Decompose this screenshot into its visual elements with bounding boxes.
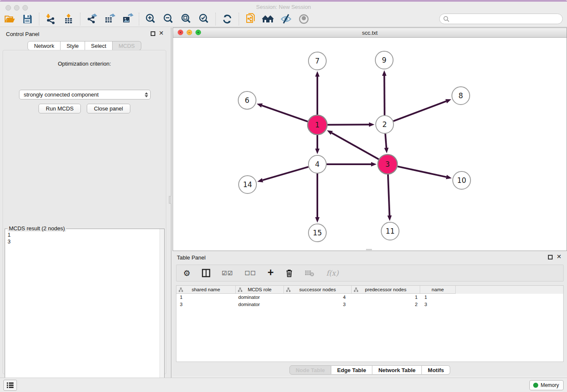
zoom-out-icon[interactable] <box>162 13 175 25</box>
column-header-successor-nodes[interactable]: successor nodes <box>284 286 352 294</box>
node-label: 9 <box>382 56 387 64</box>
toolbar-separator <box>239 13 239 25</box>
mcds-result-group: MCDS result (2 nodes) 1 3 <box>5 229 165 389</box>
tab-select[interactable]: Select <box>85 41 113 50</box>
select-stepper-icon <box>143 90 150 99</box>
table-tabs: Node Table Edge Table Network Table Moti… <box>173 365 567 375</box>
table-row[interactable]: 3 dominator 3 2 3 <box>176 301 563 308</box>
task-list-icon <box>6 382 14 389</box>
open-file-icon[interactable] <box>3 13 16 25</box>
main-toolbar <box>0 11 567 27</box>
tab-style[interactable]: Style <box>61 41 85 50</box>
memory-status-icon <box>533 383 538 388</box>
graph-edge[interactable] <box>385 134 386 148</box>
node-label: 7 <box>315 57 320 65</box>
column-header-mcds-role[interactable]: MCDS role <box>236 286 284 294</box>
column-header-predecessor-nodes[interactable]: predecessor nodes <box>352 286 420 294</box>
show-all-icon[interactable] <box>297 13 310 25</box>
save-session-icon[interactable] <box>21 13 34 25</box>
node-label: 8 <box>459 91 463 100</box>
first-neighbors-icon[interactable] <box>262 13 275 25</box>
node-label: 1 <box>315 121 320 129</box>
refresh-layout-icon[interactable] <box>221 13 234 25</box>
tab-mcds[interactable]: MCDS <box>113 41 141 50</box>
network-view-window: ✕ − + scc.txt 7968124314101511 <box>173 28 567 251</box>
select-all-columns-icon[interactable]: ☑☑ <box>222 270 233 276</box>
network-window-titlebar[interactable]: ✕ − + scc.txt <box>173 28 567 38</box>
result-scrollbar[interactable] <box>160 229 164 388</box>
tab-edge-table[interactable]: Edge Table <box>331 365 372 375</box>
tab-network-table[interactable]: Network Table <box>372 365 422 375</box>
column-sort-icon <box>286 287 291 292</box>
table-settings-gear-icon[interactable]: ⚙ <box>183 268 190 278</box>
task-history-button[interactable] <box>3 380 17 391</box>
column-layout-icon[interactable] <box>202 269 210 277</box>
node-label: 6 <box>245 96 250 105</box>
edge-arrowhead <box>315 71 319 77</box>
search-box[interactable] <box>439 14 563 24</box>
node-label: 2 <box>383 120 387 129</box>
graph-edge[interactable] <box>332 133 379 159</box>
hide-selected-icon[interactable] <box>280 13 292 25</box>
column-sort-icon <box>354 287 358 292</box>
export-image-icon[interactable] <box>121 13 134 25</box>
edge-arrowhead <box>382 70 386 76</box>
close-panel-button[interactable]: Close panel <box>87 104 130 113</box>
edge-arrowhead <box>327 130 333 135</box>
network-canvas[interactable]: 7968124314101511 <box>173 38 567 251</box>
tab-network[interactable]: Network <box>28 41 61 50</box>
run-mcds-button[interactable]: Run MCDS <box>39 104 81 113</box>
table-toolbar: ⚙ ☑☑ ☐☐ + f(x) <box>176 265 564 282</box>
memory-button[interactable]: Memory <box>529 380 564 390</box>
control-panel-title: Control Panel <box>6 31 39 37</box>
import-table-icon[interactable] <box>62 13 75 25</box>
zoom-in-icon[interactable] <box>144 13 157 25</box>
view-resize-grip[interactable] <box>366 249 372 250</box>
edge-arrowhead <box>446 99 451 103</box>
edge-arrowhead <box>387 215 391 221</box>
edge-arrowhead <box>371 162 377 166</box>
panel-splitter[interactable] <box>169 28 172 378</box>
edge-arrowhead <box>257 103 263 108</box>
table-row[interactable]: 1 dominator 4 1 1 <box>176 294 563 301</box>
export-network-icon[interactable] <box>85 13 98 25</box>
search-input[interactable] <box>450 15 562 23</box>
create-column-icon[interactable]: + <box>267 266 274 279</box>
column-sort-icon <box>238 287 242 292</box>
column-header-name[interactable]: name <box>420 286 456 294</box>
import-network-icon[interactable] <box>44 13 57 25</box>
graph-edge[interactable] <box>384 76 385 115</box>
zoom-fit-icon[interactable] <box>180 13 193 25</box>
float-panel-icon[interactable] <box>151 31 155 36</box>
graph-edge[interactable] <box>394 101 446 121</box>
node-table: shared name MCDS role successor nodes pr… <box>176 285 564 362</box>
graph-edge[interactable] <box>262 105 308 121</box>
splitter-grip[interactable] <box>169 196 171 204</box>
search-icon <box>443 16 450 22</box>
export-table-icon[interactable] <box>103 13 116 25</box>
graph-edge[interactable] <box>263 167 308 180</box>
clone-network-icon[interactable] <box>244 13 257 25</box>
graph-edge[interactable] <box>328 124 369 125</box>
edge-arrowhead <box>384 148 388 153</box>
criterion-selected-value: strongly connected component <box>19 91 143 98</box>
optimization-criterion-label: Optimization criterion: <box>3 61 166 67</box>
criterion-select[interactable]: strongly connected component <box>19 90 151 99</box>
float-table-panel-icon[interactable] <box>548 255 553 259</box>
zoom-selected-icon[interactable] <box>198 13 210 25</box>
tab-motifs[interactable]: Motifs <box>422 365 450 375</box>
close-panel-icon[interactable]: ✕ <box>159 30 164 36</box>
graph-edge[interactable] <box>397 166 446 177</box>
control-panel-tabs: Network Style Select MCDS <box>0 41 169 50</box>
tab-node-table[interactable]: Node Table <box>289 365 331 375</box>
toolbar-separator <box>39 13 39 25</box>
node-label: 15 <box>313 229 322 237</box>
deselect-all-columns-icon[interactable]: ☐☐ <box>245 270 256 276</box>
column-header-shared-name[interactable]: shared name <box>176 286 236 294</box>
graph-edge[interactable] <box>388 174 390 215</box>
mcds-result-text[interactable]: 1 3 <box>5 230 159 388</box>
node-label: 14 <box>243 180 252 189</box>
mcds-pane: Optimization criterion: strongly connect… <box>3 50 166 374</box>
close-table-panel-icon[interactable]: ✕ <box>556 253 561 260</box>
delete-column-icon[interactable] <box>285 269 293 277</box>
